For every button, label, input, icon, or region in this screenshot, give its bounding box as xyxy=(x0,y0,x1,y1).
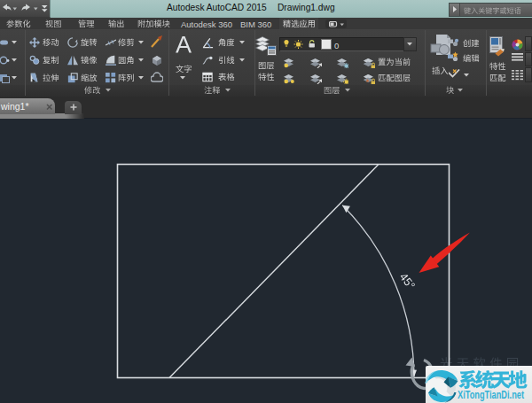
svg-text:XiTongTianDi.net: XiTongTianDi.net xyxy=(458,389,525,401)
